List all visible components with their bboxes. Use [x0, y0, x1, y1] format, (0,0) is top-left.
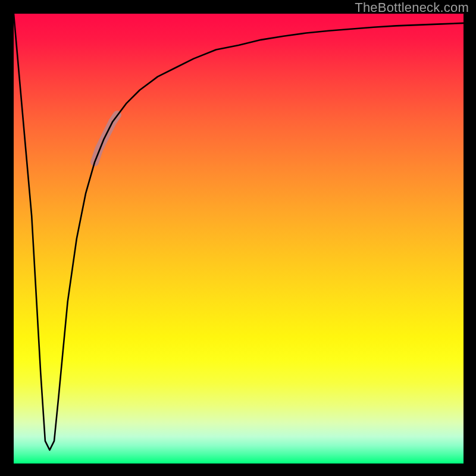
heat-gradient: [14, 14, 464, 464]
chart-root: TheBottleneck.com: [0, 0, 476, 476]
plot-area: [14, 14, 464, 464]
watermark-text: TheBottleneck.com: [355, 0, 469, 15]
